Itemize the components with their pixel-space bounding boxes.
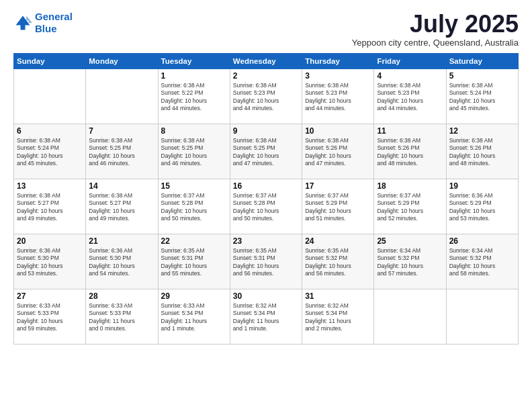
day-details: Sunrise: 6:32 AM Sunset: 5:34 PM Dayligh… (305, 302, 371, 333)
day-number: 3 (305, 71, 371, 81)
day-cell (86, 68, 158, 124)
day-cell (446, 289, 518, 344)
day-details: Sunrise: 6:32 AM Sunset: 5:34 PM Dayligh… (233, 302, 299, 333)
col-header-tuesday: Tuesday (158, 53, 230, 68)
day-cell: 8Sunrise: 6:38 AM Sunset: 5:25 PM Daylig… (158, 124, 230, 179)
day-details: Sunrise: 6:33 AM Sunset: 5:33 PM Dayligh… (89, 302, 154, 333)
day-cell: 31Sunrise: 6:32 AM Sunset: 5:34 PM Dayli… (302, 289, 374, 344)
col-header-sunday: Sunday (14, 53, 86, 68)
logo-line1: General (35, 11, 73, 22)
day-cell: 28Sunrise: 6:33 AM Sunset: 5:33 PM Dayli… (86, 289, 158, 344)
day-cell: 13Sunrise: 6:38 AM Sunset: 5:27 PM Dayli… (14, 179, 86, 234)
day-number: 30 (233, 291, 299, 301)
day-cell: 4Sunrise: 6:38 AM Sunset: 5:23 PM Daylig… (374, 68, 446, 124)
day-number: 27 (17, 291, 83, 301)
day-cell: 16Sunrise: 6:37 AM Sunset: 5:28 PM Dayli… (230, 179, 302, 234)
day-number: 20 (17, 236, 83, 246)
day-number: 26 (449, 236, 515, 246)
day-number: 5 (449, 71, 515, 81)
day-details: Sunrise: 6:38 AM Sunset: 5:23 PM Dayligh… (305, 82, 371, 113)
day-number: 6 (17, 126, 83, 136)
day-number: 1 (161, 71, 227, 81)
week-row-1: 1Sunrise: 6:38 AM Sunset: 5:22 PM Daylig… (14, 68, 519, 124)
day-details: Sunrise: 6:38 AM Sunset: 5:23 PM Dayligh… (233, 82, 299, 113)
logo: General Blue (13, 11, 73, 35)
day-details: Sunrise: 6:35 AM Sunset: 5:31 PM Dayligh… (233, 247, 299, 278)
day-number: 15 (161, 181, 227, 191)
day-number: 10 (305, 126, 371, 136)
day-number: 14 (89, 181, 154, 191)
day-number: 17 (305, 181, 371, 191)
day-number: 7 (89, 126, 154, 136)
week-row-2: 6Sunrise: 6:38 AM Sunset: 5:24 PM Daylig… (14, 124, 519, 179)
day-number: 8 (161, 126, 227, 136)
col-header-monday: Monday (86, 53, 158, 68)
day-details: Sunrise: 6:38 AM Sunset: 5:27 PM Dayligh… (89, 192, 154, 223)
day-cell (374, 289, 446, 344)
day-cell: 29Sunrise: 6:33 AM Sunset: 5:34 PM Dayli… (158, 289, 230, 344)
day-cell: 15Sunrise: 6:37 AM Sunset: 5:28 PM Dayli… (158, 179, 230, 234)
logo-line2: Blue (35, 23, 57, 34)
day-number: 9 (233, 126, 299, 136)
day-details: Sunrise: 6:34 AM Sunset: 5:32 PM Dayligh… (449, 247, 515, 278)
day-details: Sunrise: 6:37 AM Sunset: 5:29 PM Dayligh… (305, 192, 371, 223)
day-cell: 1Sunrise: 6:38 AM Sunset: 5:22 PM Daylig… (158, 68, 230, 124)
day-number: 12 (449, 126, 515, 136)
week-row-5: 27Sunrise: 6:33 AM Sunset: 5:33 PM Dayli… (14, 289, 519, 344)
logo-text: General Blue (35, 11, 73, 35)
day-number: 22 (161, 236, 227, 246)
day-details: Sunrise: 6:38 AM Sunset: 5:25 PM Dayligh… (89, 137, 154, 168)
day-details: Sunrise: 6:38 AM Sunset: 5:24 PM Dayligh… (449, 82, 515, 113)
day-cell: 18Sunrise: 6:37 AM Sunset: 5:29 PM Dayli… (374, 179, 446, 234)
day-details: Sunrise: 6:38 AM Sunset: 5:24 PM Dayligh… (17, 137, 83, 168)
day-cell: 22Sunrise: 6:35 AM Sunset: 5:31 PM Dayli… (158, 234, 230, 289)
day-details: Sunrise: 6:34 AM Sunset: 5:32 PM Dayligh… (377, 247, 443, 278)
day-number: 23 (233, 236, 299, 246)
col-header-thursday: Thursday (302, 53, 374, 68)
day-details: Sunrise: 6:38 AM Sunset: 5:27 PM Dayligh… (17, 192, 83, 223)
day-details: Sunrise: 6:37 AM Sunset: 5:28 PM Dayligh… (161, 192, 227, 223)
day-details: Sunrise: 6:38 AM Sunset: 5:23 PM Dayligh… (377, 82, 443, 113)
day-cell: 14Sunrise: 6:38 AM Sunset: 5:27 PM Dayli… (86, 179, 158, 234)
month-title: July 2025 (352, 11, 519, 38)
day-number: 16 (233, 181, 299, 191)
day-cell: 17Sunrise: 6:37 AM Sunset: 5:29 PM Dayli… (302, 179, 374, 234)
day-cell: 25Sunrise: 6:34 AM Sunset: 5:32 PM Dayli… (374, 234, 446, 289)
week-row-3: 13Sunrise: 6:38 AM Sunset: 5:27 PM Dayli… (14, 179, 519, 234)
day-number: 28 (89, 291, 154, 301)
day-number: 24 (305, 236, 371, 246)
day-cell: 26Sunrise: 6:34 AM Sunset: 5:32 PM Dayli… (446, 234, 518, 289)
col-header-wednesday: Wednesday (230, 53, 302, 68)
day-details: Sunrise: 6:36 AM Sunset: 5:30 PM Dayligh… (89, 247, 154, 278)
day-number: 18 (377, 181, 443, 191)
day-details: Sunrise: 6:36 AM Sunset: 5:29 PM Dayligh… (449, 192, 515, 223)
day-details: Sunrise: 6:33 AM Sunset: 5:33 PM Dayligh… (17, 302, 83, 333)
day-cell: 20Sunrise: 6:36 AM Sunset: 5:30 PM Dayli… (14, 234, 86, 289)
day-number: 13 (17, 181, 83, 191)
day-details: Sunrise: 6:38 AM Sunset: 5:25 PM Dayligh… (233, 137, 299, 168)
day-cell: 10Sunrise: 6:38 AM Sunset: 5:26 PM Dayli… (302, 124, 374, 179)
day-cell: 19Sunrise: 6:36 AM Sunset: 5:29 PM Dayli… (446, 179, 518, 234)
day-cell: 23Sunrise: 6:35 AM Sunset: 5:31 PM Dayli… (230, 234, 302, 289)
day-number: 4 (377, 71, 443, 81)
day-details: Sunrise: 6:38 AM Sunset: 5:25 PM Dayligh… (161, 137, 227, 168)
day-cell: 30Sunrise: 6:32 AM Sunset: 5:34 PM Dayli… (230, 289, 302, 344)
location-title: Yeppoon city centre, Queensland, Austral… (352, 38, 519, 48)
day-details: Sunrise: 6:36 AM Sunset: 5:30 PM Dayligh… (17, 247, 83, 278)
day-cell: 24Sunrise: 6:35 AM Sunset: 5:32 PM Dayli… (302, 234, 374, 289)
day-number: 29 (161, 291, 227, 301)
day-details: Sunrise: 6:37 AM Sunset: 5:29 PM Dayligh… (377, 192, 443, 223)
day-details: Sunrise: 6:38 AM Sunset: 5:26 PM Dayligh… (449, 137, 515, 168)
day-details: Sunrise: 6:38 AM Sunset: 5:26 PM Dayligh… (305, 137, 371, 168)
col-header-saturday: Saturday (446, 53, 518, 68)
calendar: SundayMondayTuesdayWednesdayThursdayFrid… (13, 53, 519, 345)
day-number: 19 (449, 181, 515, 191)
day-cell: 3Sunrise: 6:38 AM Sunset: 5:23 PM Daylig… (302, 68, 374, 124)
page: General Blue July 2025 Yeppoon city cent… (0, 0, 532, 411)
title-block: July 2025 Yeppoon city centre, Queenslan… (352, 11, 519, 48)
day-cell: 12Sunrise: 6:38 AM Sunset: 5:26 PM Dayli… (446, 124, 518, 179)
col-header-friday: Friday (374, 53, 446, 68)
logo-icon (13, 13, 32, 32)
day-details: Sunrise: 6:35 AM Sunset: 5:32 PM Dayligh… (305, 247, 371, 278)
day-cell: 21Sunrise: 6:36 AM Sunset: 5:30 PM Dayli… (86, 234, 158, 289)
